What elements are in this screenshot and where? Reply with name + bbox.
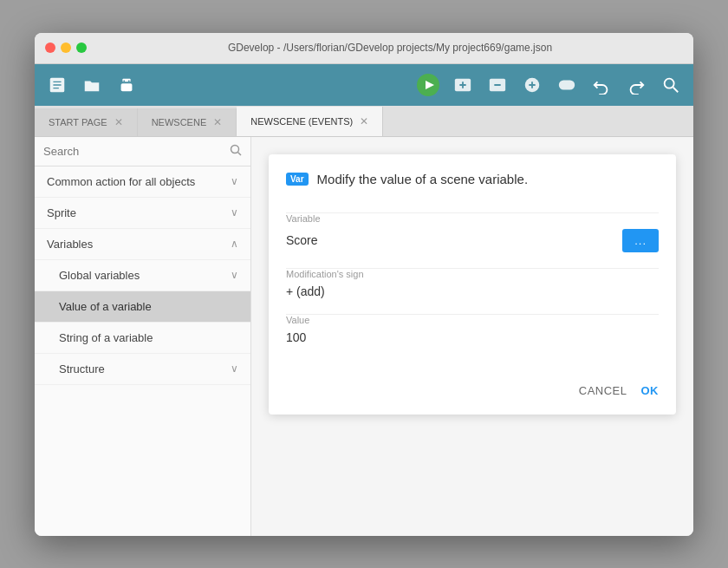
dialog-title: Var Modify the value of a scene variable… (286, 172, 659, 195)
variable-field-label: Variable (286, 213, 659, 224)
modification-sign-label: Modification's sign (286, 269, 659, 279)
svg-point-19 (665, 78, 674, 88)
svg-point-7 (128, 80, 130, 82)
value-field-value: 100 (286, 330, 659, 344)
titlebar: GDevelop - /Users/florian/GDevelop proje… (35, 33, 693, 64)
traffic-lights (45, 42, 87, 53)
sidebar-item-common-actions-label: Common action for all objects (47, 175, 195, 188)
variable-field-value: Score (286, 233, 615, 247)
minimize-button[interactable] (61, 42, 71, 53)
toolbar-undo-icon[interactable] (586, 69, 617, 101)
tab-start-page-label: START PAGE (49, 117, 107, 127)
dialog-box: Var Modify the value of a scene variable… (269, 154, 676, 415)
sidebar-item-variables[interactable]: Variables ∧ (35, 229, 250, 260)
svg-line-22 (238, 152, 242, 155)
toolbar-folder-icon[interactable] (76, 69, 107, 101)
chevron-down-icon: ∨ (231, 362, 238, 375)
toolbar-add-sub-event-icon[interactable] (482, 69, 513, 101)
toolbar-debug-icon[interactable] (111, 69, 142, 101)
tab-newscene[interactable]: NEWSCENE ✕ (138, 108, 237, 136)
sidebar-item-structure[interactable]: Structure ∨ (35, 354, 250, 385)
dialog-title-text: Modify the value of a scene variable. (317, 172, 528, 186)
tab-bar: START PAGE ✕ NEWSCENE ✕ NEWSCENE (EVENTS… (35, 106, 693, 137)
variable-field-button[interactable]: ... (622, 229, 659, 252)
tab-start-page[interactable]: START PAGE ✕ (35, 108, 138, 136)
toolbar-search-icon[interactable] (655, 69, 686, 101)
sidebar: Common action for all objects ∨ Sprite ∨… (35, 137, 251, 536)
sidebar-item-sprite[interactable]: Sprite ∨ (35, 198, 250, 229)
toolbar-add-condition-icon[interactable] (551, 69, 582, 101)
maximize-button[interactable] (76, 42, 87, 53)
sidebar-item-string-of-variable-label: String of a variable (59, 331, 153, 344)
tab-newscene-events-close[interactable]: ✕ (360, 115, 368, 127)
var-badge: Var (286, 173, 309, 186)
ok-button[interactable]: OK (641, 384, 660, 397)
sidebar-item-string-of-variable[interactable]: String of a variable (35, 323, 250, 354)
cancel-button[interactable]: CANCEL (579, 384, 627, 397)
svg-point-21 (231, 145, 239, 153)
sidebar-item-global-variables[interactable]: Global variables ∨ (35, 260, 250, 291)
modification-sign-group: Modification's sign + (add) (286, 269, 659, 298)
window-title: GDevelop - /Users/florian/GDevelop proje… (97, 42, 683, 54)
sidebar-item-value-of-variable[interactable]: Value of a variable (35, 291, 250, 323)
search-input[interactable] (43, 145, 224, 158)
dialog-area: Var Modify the value of a scene variable… (251, 137, 693, 536)
sidebar-item-common-actions[interactable]: Common action for all objects ∨ (35, 166, 250, 198)
tab-start-page-close[interactable]: ✕ (114, 116, 123, 128)
tab-newscene-events-label: NEWSCENE (EVENTS) (250, 116, 353, 127)
chevron-down-icon: ∨ (231, 269, 238, 281)
value-field-label: Value (286, 315, 659, 325)
variable-field-group: Variable Score ... (286, 213, 659, 252)
dialog-footer: CANCEL OK (286, 370, 659, 397)
toolbar-add-event-icon[interactable] (447, 69, 478, 101)
variable-field-row: Score ... (286, 229, 659, 252)
search-box (35, 137, 250, 166)
chevron-up-icon: ∧ (231, 238, 238, 250)
toolbar (35, 64, 693, 106)
close-button[interactable] (45, 42, 55, 53)
search-icon (230, 144, 242, 159)
sidebar-item-sprite-label: Sprite (47, 206, 76, 219)
tab-newscene-label: NEWSCENE (152, 117, 207, 127)
svg-point-6 (123, 80, 125, 82)
toolbar-home-icon[interactable] (42, 69, 73, 101)
toolbar-play-icon[interactable] (413, 69, 444, 101)
main-content: Common action for all objects ∨ Sprite ∨… (35, 137, 693, 536)
tab-newscene-close[interactable]: ✕ (213, 116, 222, 128)
svg-line-20 (673, 87, 679, 92)
sidebar-item-variables-label: Variables (47, 238, 93, 251)
toolbar-redo-icon[interactable] (621, 69, 652, 101)
tab-newscene-events[interactable]: NEWSCENE (EVENTS) ✕ (237, 107, 383, 136)
value-field-group: Value 100 (286, 315, 659, 344)
modification-sign-value: + (add) (286, 284, 659, 298)
svg-rect-5 (121, 83, 133, 91)
app-window: GDevelop - /Users/florian/GDevelop proje… (35, 33, 693, 536)
sidebar-item-structure-label: Structure (59, 362, 105, 375)
sidebar-item-value-of-variable-label: Value of a variable (59, 300, 152, 313)
svg-rect-18 (559, 80, 575, 89)
sidebar-item-global-variables-label: Global variables (59, 269, 140, 282)
chevron-down-icon: ∨ (231, 206, 238, 219)
toolbar-add-action-icon[interactable] (517, 69, 548, 101)
chevron-down-icon: ∨ (231, 175, 238, 187)
